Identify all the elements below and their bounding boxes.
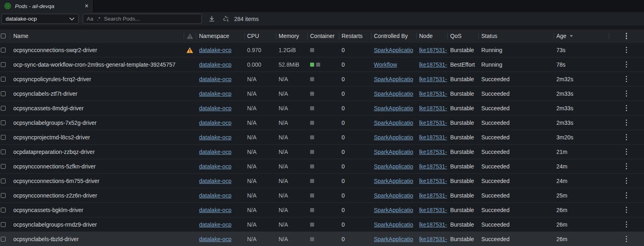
table-row[interactable]: ocpsynclabels-ztf7t-driver datalake-ocp … <box>0 86 644 101</box>
row-checkbox[interactable] <box>1 120 6 125</box>
row-checkbox[interactable] <box>1 106 6 111</box>
row-menu-icon[interactable] <box>624 132 629 142</box>
column-header-cpu[interactable]: CPU <box>244 29 276 42</box>
node-link[interactable]: lke187531- <box>419 61 447 68</box>
column-header-node[interactable]: Node <box>416 29 447 42</box>
node-link[interactable]: lke187531- <box>419 236 447 242</box>
namespace-link[interactable]: datalake-ocp <box>199 236 231 242</box>
column-header-qos[interactable]: QoS <box>447 29 478 42</box>
row-checkbox[interactable] <box>1 77 6 82</box>
controlled-by-link[interactable]: SparkApplicatio <box>374 221 413 228</box>
controlled-by-link[interactable]: SparkApplicatio <box>374 134 413 141</box>
controlled-by-link[interactable]: SparkApplicatio <box>374 236 413 242</box>
namespace-select[interactable]: datalake-ocp <box>1 14 79 24</box>
controlled-by-link[interactable]: SparkApplicatio <box>374 178 413 184</box>
table-menu-icon[interactable] <box>624 31 629 41</box>
table-row[interactable]: ocpsyncconnections-5zfkn-driver datalake… <box>0 159 644 173</box>
node-link[interactable]: lke187531- <box>419 47 447 53</box>
namespace-link[interactable]: datalake-ocp <box>199 149 231 155</box>
table-row[interactable]: ocpsyncassets-bgklm-driver datalake-ocp … <box>0 202 644 217</box>
node-link[interactable]: lke187531- <box>419 178 447 184</box>
node-link[interactable]: lke187531- <box>419 207 447 213</box>
column-header-age[interactable]: Age <box>554 29 609 42</box>
table-row[interactable]: ocpsynclabelgroups-7x52g-driver datalake… <box>0 115 644 130</box>
row-menu-icon[interactable] <box>624 103 629 113</box>
namespace-link[interactable]: datalake-ocp <box>199 178 231 184</box>
row-menu-icon[interactable] <box>624 89 629 99</box>
match-case-icon[interactable]: Aa <box>87 16 93 22</box>
row-menu-icon[interactable] <box>624 162 629 171</box>
download-icon[interactable] <box>208 15 215 22</box>
regex-icon[interactable]: .* <box>97 16 101 22</box>
column-header-warnings[interactable] <box>184 29 196 42</box>
namespace-link[interactable]: datalake-ocp <box>199 120 231 126</box>
row-checkbox[interactable] <box>1 179 6 183</box>
controlled-by-link[interactable]: SparkApplicatio <box>374 120 413 126</box>
node-link[interactable]: lke187531- <box>419 90 447 97</box>
node-link[interactable]: lke187531- <box>419 134 447 141</box>
node-link[interactable]: lke187531- <box>419 192 447 199</box>
row-menu-icon[interactable] <box>624 118 629 128</box>
row-menu-icon[interactable] <box>624 205 629 215</box>
table-row[interactable]: ocpsyncconnections-z2z6n-driver datalake… <box>0 188 644 202</box>
row-checkbox[interactable] <box>1 62 6 67</box>
row-checkbox[interactable] <box>1 164 6 169</box>
close-icon[interactable]: × <box>84 3 89 9</box>
select-all-checkbox[interactable] <box>1 34 6 38</box>
row-menu-icon[interactable] <box>624 220 629 229</box>
node-link[interactable]: lke187531- <box>419 76 447 82</box>
node-link[interactable]: lke187531- <box>419 163 447 170</box>
controlled-by-link[interactable]: SparkApplicatio <box>374 47 413 53</box>
column-header-restarts[interactable]: Restarts <box>339 29 371 42</box>
node-link[interactable]: lke187531- <box>419 120 447 126</box>
row-checkbox[interactable] <box>1 237 6 242</box>
controlled-by-link[interactable]: SparkApplicatio <box>374 76 413 82</box>
column-header-memory[interactable]: Memory <box>276 29 307 42</box>
sync-cycle-icon[interactable] <box>222 15 229 23</box>
node-link[interactable]: lke187531- <box>419 105 447 111</box>
row-checkbox[interactable] <box>1 222 6 227</box>
tab-pods[interactable]: Pods - ail-devqa × <box>0 0 94 12</box>
node-link[interactable]: lke187531- <box>419 221 447 228</box>
search-input[interactable] <box>104 16 198 22</box>
namespace-link[interactable]: datalake-ocp <box>199 61 231 68</box>
column-header-status[interactable]: Status <box>478 29 554 42</box>
controlled-by-link[interactable]: SparkApplicatio <box>374 163 413 170</box>
table-row[interactable]: ocpsyncassets-8mdgl-driver datalake-ocp … <box>0 101 644 115</box>
row-menu-icon[interactable] <box>624 147 629 157</box>
table-row[interactable]: ocpsyncconnections-6m755-driver datalake… <box>0 173 644 188</box>
row-checkbox[interactable] <box>1 208 6 212</box>
namespace-link[interactable]: datalake-ocp <box>199 192 231 199</box>
namespace-link[interactable]: datalake-ocp <box>199 163 231 170</box>
namespace-link[interactable]: datalake-ocp <box>199 105 231 111</box>
row-menu-icon[interactable] <box>624 191 629 200</box>
column-header-container[interactable]: Container <box>307 29 339 42</box>
row-menu-icon[interactable] <box>624 45 629 55</box>
namespace-link[interactable]: datalake-ocp <box>199 90 231 97</box>
row-checkbox[interactable] <box>1 48 6 53</box>
namespace-link[interactable]: datalake-ocp <box>199 221 231 228</box>
row-checkbox[interactable] <box>1 193 6 198</box>
namespace-link[interactable]: datalake-ocp <box>199 76 231 82</box>
column-header-namespace[interactable]: Namespace <box>196 29 244 42</box>
controlled-by-link[interactable]: SparkApplicatio <box>374 90 413 97</box>
row-menu-icon[interactable] <box>624 176 629 186</box>
controlled-by-link[interactable]: SparkApplicatio <box>374 207 413 213</box>
controlled-by-link[interactable]: SparkApplicatio <box>374 149 413 155</box>
column-header-controlled-by[interactable]: Controlled By <box>371 29 416 42</box>
namespace-link[interactable]: datalake-ocp <box>199 207 231 213</box>
row-menu-icon[interactable] <box>624 74 629 84</box>
namespace-link[interactable]: datalake-ocp <box>199 47 231 53</box>
row-checkbox[interactable] <box>1 149 6 154</box>
table-row[interactable]: ocpsynclabels-tbzld-driver datalake-ocp … <box>0 231 644 246</box>
namespace-link[interactable]: datalake-ocp <box>199 134 231 141</box>
row-checkbox[interactable] <box>1 135 6 140</box>
controlled-by-link[interactable]: SparkApplicatio <box>374 105 413 111</box>
node-link[interactable]: lke187531- <box>419 149 447 155</box>
table-row[interactable]: ocpdatapreparation-zzbqz-driver datalake… <box>0 144 644 159</box>
column-header-name[interactable]: Name <box>10 29 184 42</box>
controlled-by-link[interactable]: SparkApplicatio <box>374 192 413 199</box>
table-row[interactable]: ocp-sync-data-workflow-cron-2m9ss-genera… <box>0 57 644 71</box>
column-header-menu[interactable] <box>609 29 644 42</box>
table-row[interactable]: ocpsyncconnections-swqr2-driver datalake… <box>0 42 644 57</box>
